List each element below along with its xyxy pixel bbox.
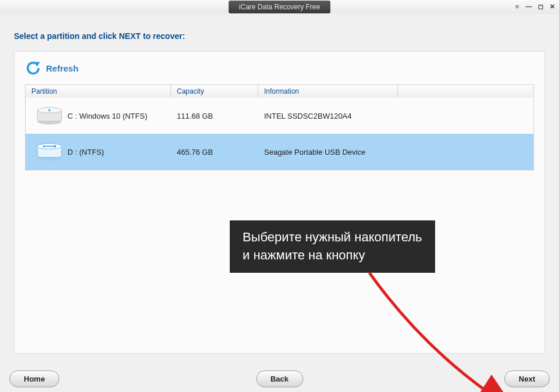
footer: Home Back Next	[0, 370, 559, 387]
next-button[interactable]: Next	[504, 370, 550, 387]
capacity-value: 465.76 GB	[171, 145, 258, 159]
refresh-label: Refresh	[46, 63, 79, 73]
instruction-text: Select a partition and click NEXT to rec…	[0, 14, 559, 51]
col-partition[interactable]: Partition	[26, 85, 171, 98]
partition-name: D : (NTFS)	[67, 148, 104, 156]
col-capacity[interactable]: Capacity	[171, 85, 258, 98]
annotation-tooltip: Выберите нужный накопитель и нажмите на …	[230, 220, 435, 273]
hdd-icon	[36, 106, 63, 126]
capacity-value: 111.68 GB	[171, 109, 258, 123]
tooltip-line2: и нажмите на кнопку	[243, 248, 365, 262]
table-row[interactable]: D : (NTFS) 465.76 GB Seagate Portable US…	[26, 134, 533, 170]
partition-name: C : Windows 10 (NTFS)	[67, 112, 147, 120]
info-value: Seagate Portable USB Device	[258, 145, 398, 159]
svg-point-7	[43, 145, 45, 148]
menu-icon[interactable]: ≡	[514, 3, 521, 10]
col-information[interactable]: Information	[258, 85, 398, 98]
close-icon[interactable]: ✕	[549, 3, 556, 10]
partition-grid: Partition Capacity Information C : Windo…	[25, 84, 534, 170]
table-row[interactable]: C : Windows 10 (NTFS) 111.68 GB INTEL SS…	[26, 98, 533, 134]
tooltip-line1: Выберите нужный накопитель	[243, 230, 422, 244]
window-controls: ≡ — ◻ ✕	[514, 3, 556, 10]
minimize-icon[interactable]: —	[525, 3, 532, 10]
usb-hdd-icon	[36, 142, 63, 162]
back-button[interactable]: Back	[256, 370, 303, 387]
title-bar: iCare Data Recovery Free ≡ — ◻ ✕	[0, 0, 559, 14]
info-value: INTEL SSDSC2BW120A4	[258, 109, 398, 123]
col-spacer	[398, 85, 533, 98]
refresh-icon	[25, 60, 41, 76]
refresh-button[interactable]: Refresh	[15, 52, 544, 84]
app-title: iCare Data Recovery Free	[229, 1, 330, 13]
grid-header: Partition Capacity Information	[26, 85, 533, 98]
home-button[interactable]: Home	[9, 370, 59, 387]
svg-point-3	[48, 109, 51, 112]
svg-rect-8	[54, 145, 56, 148]
maximize-icon[interactable]: ◻	[537, 3, 544, 10]
main-panel: Refresh Partition Capacity Information C…	[14, 51, 545, 354]
